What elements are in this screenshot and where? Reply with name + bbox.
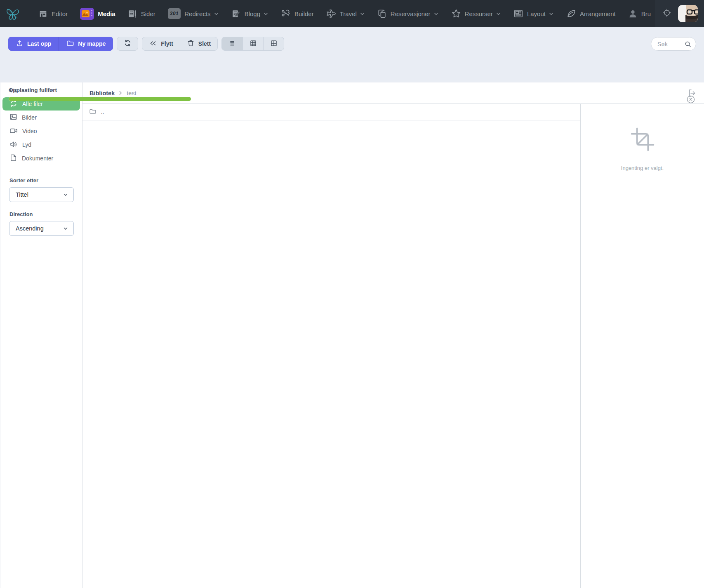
chevron-down-icon — [63, 226, 68, 231]
chevron-down-icon — [549, 11, 554, 16]
direction-select[interactable]: Ascending — [9, 221, 74, 236]
plane-icon — [326, 9, 336, 19]
exit-library-button[interactable] — [687, 88, 697, 99]
nav-item-builder[interactable]: Builder — [281, 9, 314, 19]
nav-item-media[interactable]: Media — [80, 8, 115, 20]
sort-heading: Sorter etter — [9, 177, 82, 183]
filter-list: Alle filer Bilder — [0, 97, 82, 165]
nav-item-arrangement[interactable]: Arrangement — [566, 9, 616, 19]
new-folder-button-label: Ny mappe — [78, 40, 106, 47]
breadcrumb-current: test — [127, 90, 136, 96]
sort-select-value: Tittel — [16, 191, 28, 198]
nav-item-label: Bru — [641, 10, 651, 17]
refresh-icon — [124, 39, 132, 48]
chevron-down-icon — [263, 11, 268, 16]
editor-icon — [38, 9, 48, 19]
crop-icon — [631, 127, 655, 153]
nav-item-sider[interactable]: Sider — [128, 9, 155, 19]
folder-name: .. — [101, 109, 104, 115]
sort-select[interactable]: Tittel — [9, 187, 74, 202]
sidebar-item-label: Video — [22, 128, 37, 134]
new-folder-button[interactable]: Ny mappe — [59, 37, 113, 51]
target-icon[interactable] — [662, 8, 671, 19]
newspaper-icon — [513, 9, 523, 19]
image-icon — [9, 113, 17, 122]
breadcrumb-root[interactable]: Bibliotek — [89, 90, 115, 96]
nav-item-brukere[interactable]: Bru — [628, 9, 651, 19]
sidebar-item-lyd[interactable]: Lyd — [2, 138, 80, 151]
nav-item-ressurser[interactable]: Ressurser — [451, 9, 501, 19]
tools-icon — [281, 9, 291, 19]
person-icon — [628, 9, 638, 19]
nav-item-label: Ressurser — [465, 10, 493, 17]
large-grid-view-icon — [270, 40, 278, 48]
sidebar-item-video[interactable]: Video — [2, 125, 80, 138]
upload-status-text: Opplasting fullført — [9, 87, 57, 93]
upload-button-label: Last opp — [27, 40, 51, 47]
nav-item-travel[interactable]: Travel — [326, 9, 365, 19]
chevron-down-icon — [496, 11, 501, 16]
grid-view-button[interactable] — [243, 37, 263, 50]
detail-panel: Ingenting er valgt. — [580, 104, 704, 588]
folder-icon — [66, 39, 74, 48]
media-library-app: Editor Media — [0, 0, 704, 588]
avatar[interactable] — [678, 5, 698, 22]
large-grid-view-button[interactable] — [263, 37, 284, 50]
sidebar-item-label: Alle filer — [22, 101, 43, 107]
nav-items: Editor Media — [38, 8, 651, 20]
toolbar-section: Last opp Ny mappe — [0, 27, 704, 82]
leaf-icon — [566, 9, 576, 19]
chevron-down-icon — [63, 192, 68, 198]
main-body: .. Ingenting er valgt. — [82, 104, 704, 588]
move-back-icon — [149, 39, 157, 49]
grid-view-icon — [250, 40, 257, 48]
sidebar-item-dokumenter[interactable]: Dokumenter — [2, 152, 80, 165]
nav-item-reservasjoner[interactable]: Reservasjoner — [377, 9, 439, 19]
nav-item-label: Sider — [141, 10, 155, 17]
search-box — [651, 37, 696, 51]
top-navigation: Editor Media — [0, 0, 704, 27]
nav-item-label: Reservasjoner — [391, 10, 431, 17]
document-icon — [9, 154, 17, 163]
breadcrumb: Bibliotek test — [82, 82, 704, 104]
blog-icon — [231, 9, 241, 19]
empty-selection-text: Ingenting er valgt. — [621, 165, 664, 171]
chevron-right-icon — [118, 91, 123, 95]
parent-folder-row[interactable]: .. — [82, 104, 580, 120]
speaker-icon — [9, 140, 18, 150]
move-button-label: Flytt — [161, 40, 173, 47]
move-button[interactable]: Flytt — [142, 37, 180, 50]
list-view-button[interactable] — [222, 37, 243, 50]
library-main: Bibliotek test — [82, 82, 704, 588]
refresh-button[interactable] — [117, 37, 138, 50]
folder-icon — [89, 108, 97, 117]
nav-item-redirects[interactable]: 301 Redirects — [168, 8, 219, 19]
trash-icon — [187, 39, 195, 48]
media-icon — [80, 8, 94, 20]
nav-item-label: Redirects — [184, 10, 210, 17]
star-icon — [451, 9, 461, 19]
nav-item-editor[interactable]: Editor — [38, 9, 68, 19]
search-input[interactable] — [657, 41, 685, 47]
primary-button-group: Last opp Ny mappe — [8, 37, 113, 51]
nav-item-blogg[interactable]: Blogg — [231, 9, 268, 19]
butterfly-logo-icon[interactable] — [5, 6, 20, 21]
nav-item-label: Blogg — [245, 10, 260, 17]
pages-icon — [128, 9, 137, 19]
file-list: .. — [82, 104, 580, 588]
sidebar-item-label: Bilder — [22, 114, 37, 121]
upload-icon — [16, 39, 24, 48]
chevron-down-icon — [360, 11, 365, 16]
direction-select-value: Ascending — [16, 225, 44, 232]
delete-button[interactable]: Slett — [180, 37, 217, 50]
sidebar: Vis Alle filer — [0, 82, 82, 588]
content-area: Vis Alle filer — [0, 82, 704, 588]
nav-item-layout[interactable]: Layout — [513, 9, 554, 19]
view-toggle-group — [221, 37, 284, 51]
logout-icon — [687, 93, 697, 99]
list-view-icon — [228, 40, 236, 48]
direction-heading: Direction — [9, 211, 82, 217]
upload-button[interactable]: Last opp — [8, 37, 59, 51]
sidebar-item-bilder[interactable]: Bilder — [2, 111, 80, 124]
search-icon[interactable] — [685, 41, 691, 47]
